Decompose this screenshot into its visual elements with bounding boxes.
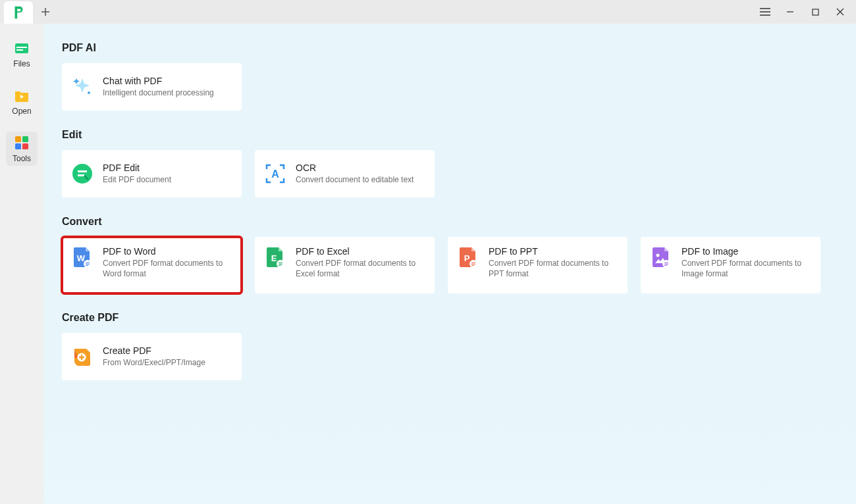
section-pdf-ai: PDF AI Chat with PDF Intelligent documen… — [62, 42, 838, 111]
svg-rect-7 — [15, 143, 21, 149]
image-doc-icon — [650, 246, 672, 268]
card-text: Chat with PDF Intelligent document proce… — [103, 76, 214, 98]
plus-icon — [41, 7, 50, 16]
svg-rect-1 — [15, 43, 28, 53]
content-panel: PDF AI Chat with PDF Intelligent documen… — [43, 24, 856, 504]
section-title: Edit — [62, 129, 838, 141]
excel-doc-icon: E — [264, 246, 286, 268]
sidebar: Files Open Tools — [0, 24, 43, 504]
card-pdf-to-image[interactable]: PDF to Image Convert PDF format document… — [641, 237, 820, 293]
section-create-pdf: Create PDF Create PDF From Word/Execl/PP… — [62, 312, 838, 380]
svg-rect-6 — [22, 136, 28, 142]
card-title: Chat with PDF — [103, 76, 214, 86]
tools-grid-icon — [13, 134, 30, 151]
ocr-icon: A — [264, 163, 286, 185]
card-title: PDF to Excel — [296, 246, 425, 257]
svg-rect-3 — [16, 49, 23, 51]
card-text: OCR Convert document to editable text — [296, 163, 414, 185]
sidebar-item-files[interactable]: Files — [6, 37, 38, 71]
sidebar-item-open[interactable]: Open — [6, 84, 38, 118]
card-text: Create PDF From Word/Execl/PPT/Image — [103, 345, 205, 368]
card-desc: Convert document to editable text — [296, 174, 414, 185]
card-row: W PDF to Word Convert PDF format documen… — [62, 237, 838, 293]
files-icon — [13, 39, 30, 57]
maximize-button[interactable] — [803, 2, 827, 22]
card-title: PDF Edit — [103, 163, 171, 173]
svg-point-10 — [72, 164, 92, 184]
card-text: PDF to PPT Convert PDF format documents … — [489, 246, 618, 279]
card-create-pdf[interactable]: Create PDF From Word/Execl/PPT/Image — [62, 333, 242, 380]
menu-icon — [760, 8, 770, 16]
sidebar-item-label: Tools — [13, 154, 31, 163]
minimize-button[interactable] — [778, 2, 802, 22]
ppt-doc-icon: P — [457, 246, 479, 268]
section-title: Create PDF — [62, 312, 838, 324]
main-area: Files Open Tools PDF AI — [0, 24, 856, 504]
card-title: Create PDF — [103, 345, 205, 356]
titlebar-left — [4, 0, 55, 24]
section-title: PDF AI — [62, 42, 838, 54]
svg-rect-8 — [22, 143, 28, 149]
card-text: PDF Edit Edit PDF document — [103, 163, 171, 185]
app-logo-icon — [11, 5, 26, 20]
sidebar-item-label: Files — [13, 59, 30, 68]
app-tab[interactable] — [4, 1, 33, 24]
card-desc: Convert PDF format documents to PPT form… — [489, 258, 618, 279]
pdf-edit-icon — [71, 163, 94, 185]
card-chat-with-pdf[interactable]: Chat with PDF Intelligent document proce… — [62, 63, 242, 111]
card-desc: From Word/Execl/PPT/Image — [103, 357, 205, 368]
word-doc-icon: W — [71, 246, 94, 268]
ai-sparkle-icon — [71, 76, 94, 98]
svg-text:W: W — [77, 253, 86, 263]
section-title: Convert — [62, 216, 838, 228]
card-desc: Edit PDF document — [103, 174, 171, 185]
card-row: PDF Edit Edit PDF document A OCR Convert… — [62, 150, 838, 197]
svg-rect-2 — [16, 47, 27, 48]
card-title: OCR — [296, 163, 414, 173]
svg-text:E: E — [271, 253, 277, 263]
card-ocr[interactable]: A OCR Convert document to editable text — [255, 150, 435, 197]
card-text: PDF to Word Convert PDF format documents… — [103, 246, 232, 279]
svg-rect-5 — [15, 136, 21, 142]
card-pdf-to-ppt[interactable]: P PDF to PPT Convert PDF format document… — [448, 237, 628, 293]
svg-point-9 — [88, 91, 90, 94]
svg-text:P: P — [464, 253, 470, 263]
hamburger-menu-button[interactable] — [753, 2, 777, 22]
svg-rect-0 — [813, 9, 818, 15]
card-text: PDF to Image Convert PDF format document… — [682, 246, 811, 279]
card-pdf-to-word[interactable]: W PDF to Word Convert PDF format documen… — [62, 237, 242, 293]
close-button[interactable] — [828, 2, 852, 22]
title-bar — [0, 0, 856, 24]
card-row: Chat with PDF Intelligent document proce… — [62, 63, 838, 111]
card-pdf-to-excel[interactable]: E PDF to Excel Convert PDF format docume… — [255, 237, 435, 293]
new-tab-button[interactable] — [36, 2, 55, 22]
card-row: Create PDF From Word/Execl/PPT/Image — [62, 333, 838, 380]
open-folder-icon — [13, 87, 30, 104]
card-title: PDF to Word — [103, 246, 232, 257]
section-convert: Convert W PDF to Word Convert PDF format… — [62, 216, 838, 293]
card-desc: Convert PDF format documents to Word for… — [103, 258, 232, 279]
card-desc: Intelligent document processing — [103, 88, 214, 98]
svg-text:A: A — [271, 168, 279, 180]
svg-point-18 — [656, 254, 660, 257]
card-pdf-edit[interactable]: PDF Edit Edit PDF document — [62, 150, 242, 197]
sidebar-item-label: Open — [12, 107, 31, 116]
card-title: PDF to PPT — [489, 246, 618, 257]
minimize-icon — [786, 8, 794, 16]
sidebar-item-tools[interactable]: Tools — [6, 132, 38, 166]
window-controls — [753, 2, 852, 22]
create-pdf-icon — [71, 345, 94, 368]
card-title: PDF to Image — [682, 246, 811, 257]
close-icon — [836, 8, 844, 16]
card-desc: Convert PDF format documents to Excel fo… — [296, 258, 425, 279]
card-desc: Convert PDF format documents to Image fo… — [682, 258, 811, 279]
card-text: PDF to Excel Convert PDF format document… — [296, 246, 425, 279]
maximize-icon — [812, 9, 819, 16]
section-edit: Edit PDF Edit Edit PDF document A — [62, 129, 838, 197]
